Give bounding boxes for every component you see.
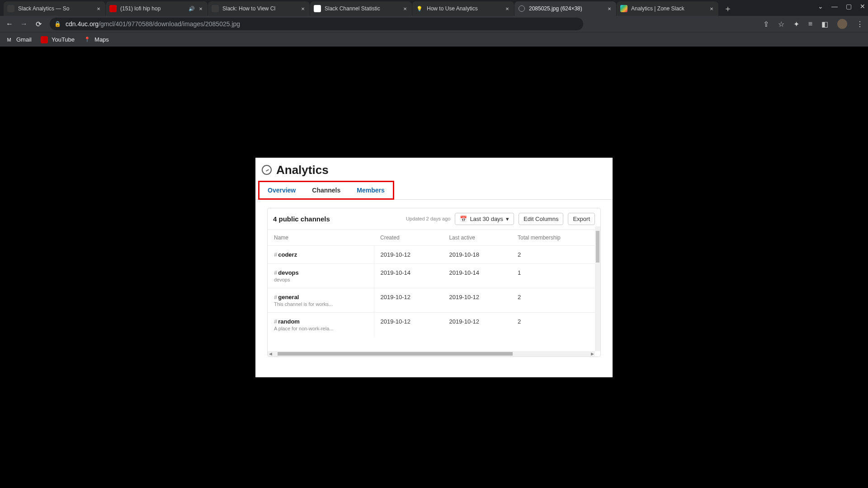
maps-icon: 📍 <box>84 36 91 43</box>
url-path: /gmcl/401/9770588/download/images/208502… <box>99 20 240 28</box>
browser-tab[interactable]: Slack Analytics — So × <box>4 1 105 16</box>
favicon-icon <box>314 5 321 12</box>
side-panel-icon[interactable]: ◧ <box>821 20 828 28</box>
date-range-label: Last 30 days <box>470 216 503 222</box>
tab-title: Slack: How to View Cl <box>222 5 297 12</box>
tab-members[interactable]: Members <box>349 182 392 198</box>
scroll-right-icon[interactable]: ▶ <box>590 352 595 356</box>
share-icon[interactable]: ⇪ <box>763 20 769 28</box>
tab-title: Analytics | Zone Slack <box>631 5 706 12</box>
chevron-down-icon: ▾ <box>506 216 509 222</box>
favicon-icon <box>212 5 219 12</box>
browser-tab[interactable]: Slack Channel Statistic × <box>310 1 412 16</box>
favicon-icon: 💡 <box>416 5 423 12</box>
page-title: Analytics <box>276 163 329 177</box>
scrollbar-thumb[interactable] <box>278 352 513 356</box>
close-icon[interactable]: × <box>402 5 408 12</box>
table-row[interactable]: #random A place for non-work-rela... 201… <box>268 312 600 337</box>
forward-button[interactable]: → <box>19 20 29 28</box>
browser-tab[interactable]: Analytics | Zone Slack × <box>617 1 718 16</box>
bookmark-maps[interactable]: 📍 Maps <box>84 36 109 43</box>
scrollbar-thumb[interactable] <box>596 231 599 263</box>
favicon-icon <box>620 5 627 12</box>
col-last-active[interactable]: Last active <box>443 230 511 245</box>
tab-title: Slack Analytics — So <box>18 5 93 12</box>
analytics-tabs: Overview Channels Members <box>255 181 613 200</box>
browser-tab-active[interactable]: 2085025.jpg (624×38) × <box>514 1 616 16</box>
maximize-icon[interactable]: ▢ <box>846 3 852 10</box>
browser-toolbar: ← → ⟳ 🔒 cdn.4uc.org/gmcl/401/9770588/dow… <box>0 16 868 32</box>
tab-search-icon[interactable]: ⌄ <box>818 3 823 10</box>
table-row[interactable]: #coderz 2019-10-12 2019-10-18 2 <box>268 245 600 263</box>
table-row[interactable]: #general This channel is for works... 20… <box>268 288 600 312</box>
bookmark-gmail[interactable]: M Gmail <box>5 36 32 43</box>
browser-tab[interactable]: Slack: How to View Cl × <box>208 1 310 16</box>
gmail-icon: M <box>5 36 13 43</box>
export-button[interactable]: Export <box>568 213 595 225</box>
reading-list-icon[interactable]: ≡ <box>808 20 812 28</box>
edit-columns-button[interactable]: Edit Columns <box>519 213 563 225</box>
close-icon[interactable]: × <box>606 5 613 12</box>
close-icon[interactable]: × <box>95 5 102 12</box>
minimize-icon[interactable]: — <box>831 3 838 10</box>
address-bar[interactable]: 🔒 cdn.4uc.org/gmcl/401/9770588/download/… <box>50 18 583 30</box>
bookmark-label: Maps <box>94 36 109 43</box>
table-header-row: Name Created Last active Total membershi… <box>268 230 600 245</box>
close-icon[interactable]: × <box>708 5 715 12</box>
kebab-menu-icon[interactable]: ⋮ <box>856 20 863 28</box>
favicon-icon <box>518 5 525 12</box>
audio-icon[interactable]: 🔊 <box>189 6 195 12</box>
profile-avatar[interactable] <box>837 19 847 29</box>
bookmarks-bar: M Gmail YouTube 📍 Maps <box>0 32 868 47</box>
browser-tabstrip: Slack Analytics — So × (151) lofi hip ho… <box>0 0 868 16</box>
col-total[interactable]: Total membership <box>511 230 600 245</box>
updated-label: Updated 2 days ago <box>406 216 450 221</box>
close-icon[interactable]: × <box>198 5 204 12</box>
tab-channels[interactable]: Channels <box>304 182 349 198</box>
date-range-button[interactable]: 📅 Last 30 days ▾ <box>455 213 514 225</box>
favicon-icon <box>109 5 117 12</box>
lock-icon: 🔒 <box>54 21 61 27</box>
window-controls: ⌄ — ▢ ✕ <box>818 3 865 10</box>
tab-overview[interactable]: Overview <box>259 182 304 198</box>
back-button[interactable]: ← <box>5 20 14 28</box>
tab-title: How to Use Analytics <box>427 5 501 12</box>
window-close-icon[interactable]: ✕ <box>860 3 865 10</box>
vertical-scrollbar[interactable] <box>595 226 600 351</box>
bookmark-label: Gmail <box>16 36 32 43</box>
bookmark-star-icon[interactable]: ☆ <box>778 20 784 28</box>
tabs-highlight-box: Overview Channels Members <box>258 181 394 200</box>
close-icon[interactable]: × <box>300 5 306 12</box>
url-host: cdn.4uc.org <box>66 20 99 28</box>
bookmark-youtube[interactable]: YouTube <box>41 36 75 43</box>
new-tab-button[interactable]: ＋ <box>722 2 734 15</box>
browser-tab[interactable]: (151) lofi hip hop 🔊 × <box>106 1 208 16</box>
gauge-icon <box>262 165 272 175</box>
scroll-left-icon[interactable]: ◀ <box>268 352 273 356</box>
reload-button[interactable]: ⟳ <box>33 20 43 28</box>
tab-title: (151) lofi hip hop <box>120 5 186 12</box>
analytics-panel-image: Analytics Overview Channels Members 4 pu… <box>255 158 613 377</box>
calendar-icon: 📅 <box>460 216 467 222</box>
channel-count-label: 4 public channels <box>273 215 330 223</box>
col-name[interactable]: Name <box>268 230 374 245</box>
horizontal-scrollbar[interactable]: ◀ ▶ <box>268 351 595 357</box>
table-row[interactable]: #devops devops 2019-10-14 2019-10-14 1 <box>268 263 600 288</box>
page-viewport: Analytics Overview Channels Members 4 pu… <box>0 47 868 488</box>
tab-title: 2085025.jpg (624×38) <box>529 5 604 12</box>
channels-table: Name Created Last active Total membershi… <box>268 230 600 337</box>
favicon-icon <box>7 5 14 12</box>
close-icon[interactable]: × <box>504 5 510 12</box>
browser-tab[interactable]: 💡 How to Use Analytics × <box>412 1 514 16</box>
extensions-icon[interactable]: ✦ <box>793 20 799 28</box>
tab-title: Slack Channel Statistic <box>325 5 399 12</box>
bookmark-label: YouTube <box>52 36 75 43</box>
col-created[interactable]: Created <box>374 230 443 245</box>
channels-card: 4 public channels Updated 2 days ago 📅 L… <box>267 208 601 357</box>
youtube-icon <box>41 36 48 43</box>
